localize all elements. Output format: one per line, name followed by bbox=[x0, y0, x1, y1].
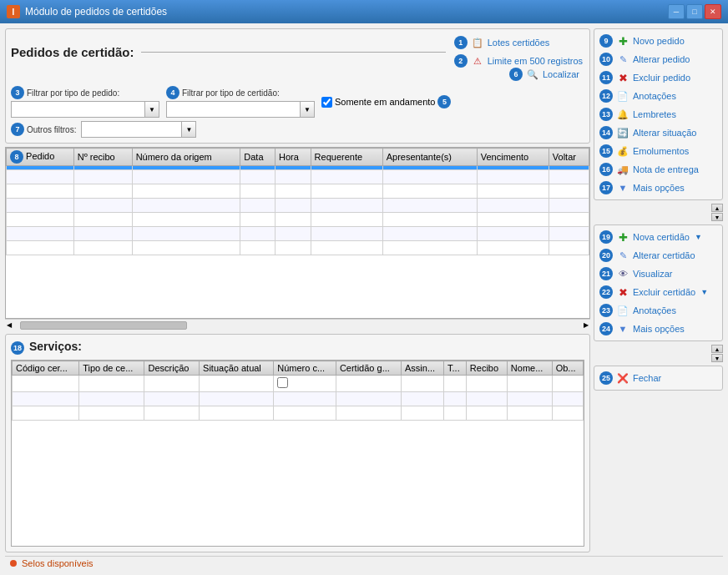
col-nrecibo: Nº recibo bbox=[73, 149, 132, 166]
badge-15: 15 bbox=[599, 144, 613, 158]
table-row[interactable] bbox=[7, 241, 589, 255]
checkbox-cell[interactable] bbox=[277, 377, 288, 388]
badge-19: 19 bbox=[599, 230, 613, 244]
selos-dot bbox=[10, 560, 17, 567]
alterar-certidao-action[interactable]: 20 ✎ Alterar certidão bbox=[598, 247, 719, 264]
limite-label: Limite em 500 registros bbox=[488, 56, 583, 66]
filter-tipo-certidao-input[interactable] bbox=[166, 101, 300, 118]
excluir-certidao-label: Excluir certidão bbox=[633, 287, 695, 297]
del-certidao-icon: ✖ bbox=[616, 285, 629, 299]
col-descricao: Descrição bbox=[144, 361, 200, 376]
outros-filtros-dropdown[interactable]: ▼ bbox=[181, 121, 196, 138]
col-assin: Assin... bbox=[401, 361, 443, 376]
scroll-arrows: ▲ ▼ bbox=[711, 204, 723, 221]
minimize-button[interactable]: ─ bbox=[668, 4, 685, 19]
localizar-action[interactable]: 6 🔍 Localizar bbox=[508, 66, 581, 83]
anotacoes-action[interactable]: 12 📄 Anotações bbox=[598, 88, 719, 104]
mais-opcoes-service-label: Mais opções bbox=[633, 324, 685, 334]
dropdown-arrow-excluir[interactable]: ▼ bbox=[700, 288, 708, 296]
badge-20: 20 bbox=[599, 249, 613, 262]
services-table-with-scroll: Código cer... Tipo de ce... Descrição Si… bbox=[11, 360, 584, 547]
alterar-situacao-label: Alterar situação bbox=[633, 128, 696, 138]
main-area: Pedidos de certidão: 1 📋 Lotes certidões… bbox=[5, 28, 723, 552]
excluir-pedido-label: Excluir pedido bbox=[633, 73, 690, 83]
scroll-up-arrow-2[interactable]: ▲ bbox=[711, 345, 723, 353]
alterar-pedido-action[interactable]: 10 ✎ Alterar pedido bbox=[598, 51, 719, 68]
services-table-header: Código cer... Tipo de ce... Descrição Si… bbox=[13, 361, 584, 376]
filter-tipo-pedido-dropdown[interactable]: ▼ bbox=[144, 101, 159, 118]
badge-4: 4 bbox=[166, 86, 179, 99]
table-row[interactable] bbox=[13, 376, 584, 392]
hscroll-right[interactable]: ▶ bbox=[584, 321, 589, 329]
search-icon: 🔍 bbox=[526, 68, 539, 81]
anotacoes-label: Anotações bbox=[633, 91, 676, 101]
pedidos-table-header: 8 Pedido Nº recibo Número da origem Data… bbox=[7, 149, 589, 166]
somente-andamento-checkbox[interactable] bbox=[321, 97, 332, 108]
lotes-icon: 📋 bbox=[471, 36, 484, 49]
table-row[interactable] bbox=[7, 213, 589, 227]
table-row[interactable] bbox=[7, 199, 589, 213]
table-row[interactable] bbox=[7, 184, 589, 199]
right-panels: 9 ✚ Novo pedido 10 ✎ Alterar pedido 11 ✖… bbox=[594, 28, 723, 552]
pedidos-section: Pedidos de certidão: 1 📋 Lotes certidões… bbox=[5, 28, 590, 144]
fechar-action[interactable]: 25 ❌ Fechar bbox=[598, 370, 719, 386]
edit-icon: ✎ bbox=[616, 53, 629, 66]
scroll-down-arrow-2[interactable]: ▼ bbox=[711, 354, 723, 362]
more-icon: ▼ bbox=[616, 181, 629, 194]
emolumentos-action[interactable]: 15 💰 Emolumentos bbox=[598, 143, 719, 159]
badge-17: 17 bbox=[599, 181, 613, 194]
badge-5: 5 bbox=[437, 95, 451, 108]
close-window-button[interactable]: ✕ bbox=[705, 4, 721, 19]
hscroll-thumb[interactable] bbox=[20, 321, 187, 330]
col-nome: Nome... bbox=[507, 361, 552, 376]
novo-pedido-action[interactable]: 9 ✚ Novo pedido bbox=[598, 33, 719, 49]
pedidos-table-scroll[interactable]: 8 Pedido Nº recibo Número da origem Data… bbox=[6, 148, 589, 318]
window-title: Módulo de pedidos de certidões bbox=[25, 6, 663, 18]
anotacoes-service-action[interactable]: 23 📄 Anotações bbox=[598, 302, 719, 319]
nota-entrega-action[interactable]: 16 🚚 Nota de entrega bbox=[598, 161, 719, 178]
badge-16: 16 bbox=[599, 163, 613, 176]
table-row[interactable] bbox=[13, 392, 584, 406]
mais-opcoes-pedido-action[interactable]: 17 ▼ Mais opções bbox=[598, 179, 719, 196]
services-table: Código cer... Tipo de ce... Descrição Si… bbox=[12, 361, 584, 421]
nova-certidao-label: Nova certidão bbox=[633, 232, 690, 242]
hscroll-left[interactable]: ◀ bbox=[7, 321, 12, 329]
visualizar-action[interactable]: 21 👁 Visualizar bbox=[598, 265, 719, 282]
filter-tipo-certidao-input-row: ▼ bbox=[166, 101, 315, 118]
services-table-scroll[interactable]: Código cer... Tipo de ce... Descrição Si… bbox=[12, 361, 584, 546]
badge-14: 14 bbox=[599, 126, 613, 139]
col-voltar: Voltar bbox=[549, 149, 589, 166]
truck-icon: 🚚 bbox=[616, 163, 629, 176]
outros-filtros-input[interactable] bbox=[81, 121, 181, 138]
table-row[interactable] bbox=[13, 406, 584, 421]
excluir-pedido-action[interactable]: 11 ✖ Excluir pedido bbox=[598, 69, 719, 86]
badge-9: 9 bbox=[599, 34, 613, 48]
localizar-label: Localizar bbox=[543, 69, 579, 79]
nova-certidao-action[interactable]: 19 ✚ Nova certidão ▼ bbox=[598, 229, 719, 245]
pedidos-table-body bbox=[7, 166, 589, 255]
badge-23: 23 bbox=[599, 304, 613, 317]
table-row[interactable] bbox=[7, 227, 589, 241]
scroll-down-arrow[interactable]: ▼ bbox=[711, 213, 723, 221]
badge-10: 10 bbox=[599, 53, 613, 66]
lembretes-action[interactable]: 13 🔔 Lembretes bbox=[598, 106, 719, 123]
filter-tipo-certidao-dropdown[interactable]: ▼ bbox=[300, 101, 315, 118]
alterar-situacao-action[interactable]: 14 🔄 Alterar situação bbox=[598, 124, 719, 141]
excluir-certidao-action[interactable]: 22 ✖ Excluir certidão ▼ bbox=[598, 284, 719, 300]
left-main: Pedidos de certidão: 1 📋 Lotes certidões… bbox=[5, 28, 590, 552]
more-service-icon: ▼ bbox=[616, 322, 629, 335]
window-content: Pedidos de certidão: 1 📋 Lotes certidões… bbox=[0, 23, 728, 575]
doc-icon: 📄 bbox=[616, 89, 629, 103]
lotes-action[interactable]: 1 📋 Lotes certidões bbox=[452, 34, 584, 51]
pedidos-hscroll[interactable]: ◀ ▶ bbox=[5, 319, 590, 330]
filter-tipo-pedido-input[interactable] bbox=[11, 101, 144, 118]
table-row[interactable] bbox=[7, 170, 589, 184]
scroll-arrows-area-2: ▲ ▼ bbox=[594, 345, 723, 362]
badge-3: 3 bbox=[11, 86, 24, 99]
badge-6: 6 bbox=[509, 68, 523, 81]
maximize-button[interactable]: □ bbox=[686, 4, 703, 19]
mais-opcoes-service-action[interactable]: 24 ▼ Mais opções bbox=[598, 320, 719, 337]
visualizar-label: Visualizar bbox=[633, 269, 673, 279]
scroll-up-arrow[interactable]: ▲ bbox=[711, 204, 723, 212]
dropdown-arrow-nova[interactable]: ▼ bbox=[695, 233, 702, 241]
